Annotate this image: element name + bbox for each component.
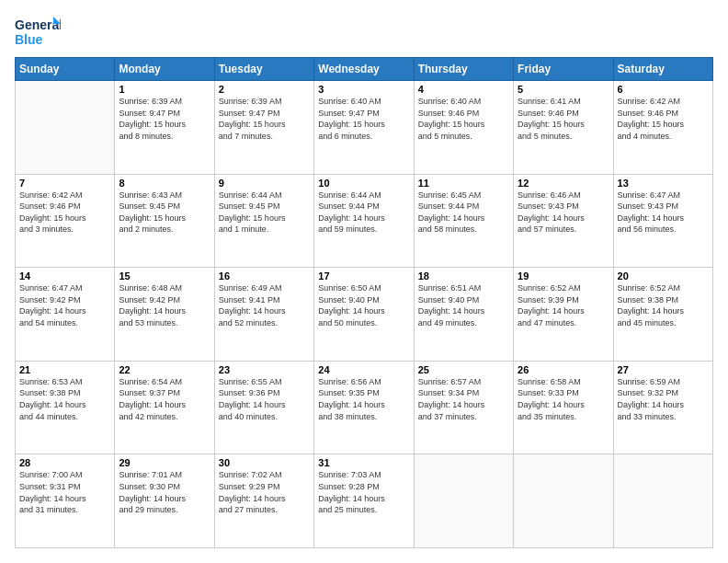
calendar-day-cell: 10Sunrise: 6:44 AM Sunset: 9:44 PM Dayli… bbox=[314, 174, 414, 268]
logo-svg: General Blue bbox=[15, 15, 61, 50]
day-number: 29 bbox=[119, 457, 210, 468]
calendar-day-cell: 1Sunrise: 6:39 AM Sunset: 9:47 PM Daylig… bbox=[115, 81, 214, 175]
day-info: Sunrise: 6:55 AM Sunset: 9:36 PM Dayligh… bbox=[219, 376, 310, 422]
day-number: 3 bbox=[318, 84, 409, 95]
logo: General Blue bbox=[15, 15, 61, 50]
calendar-week-row: 21Sunrise: 6:53 AM Sunset: 9:38 PM Dayli… bbox=[16, 361, 713, 454]
day-number: 20 bbox=[618, 270, 709, 282]
day-info: Sunrise: 6:40 AM Sunset: 9:47 PM Dayligh… bbox=[318, 96, 409, 142]
calendar-day-cell: 30Sunrise: 7:02 AM Sunset: 9:29 PM Dayli… bbox=[214, 454, 313, 548]
day-info: Sunrise: 6:44 AM Sunset: 9:44 PM Dayligh… bbox=[318, 190, 409, 236]
calendar-day-cell: 7Sunrise: 6:42 AM Sunset: 9:46 PM Daylig… bbox=[16, 174, 115, 268]
day-number: 22 bbox=[119, 364, 210, 375]
day-info: Sunrise: 6:52 AM Sunset: 9:39 PM Dayligh… bbox=[518, 282, 609, 328]
calendar-day-cell: 4Sunrise: 6:40 AM Sunset: 9:46 PM Daylig… bbox=[414, 81, 513, 175]
day-number: 21 bbox=[19, 364, 110, 375]
day-number: 9 bbox=[219, 178, 310, 189]
day-number: 8 bbox=[119, 178, 210, 189]
day-info: Sunrise: 6:53 AM Sunset: 9:38 PM Dayligh… bbox=[19, 376, 110, 422]
day-number: 10 bbox=[318, 178, 409, 189]
day-number: 28 bbox=[19, 457, 110, 468]
calendar-day-cell: 12Sunrise: 6:46 AM Sunset: 9:43 PM Dayli… bbox=[514, 174, 613, 268]
day-info: Sunrise: 6:47 AM Sunset: 9:42 PM Dayligh… bbox=[19, 282, 110, 328]
calendar-day-cell: 26Sunrise: 6:58 AM Sunset: 9:33 PM Dayli… bbox=[514, 361, 613, 454]
day-number: 13 bbox=[618, 178, 709, 189]
calendar-day-cell: 16Sunrise: 6:49 AM Sunset: 9:41 PM Dayli… bbox=[214, 268, 313, 362]
calendar-day-cell: 24Sunrise: 6:56 AM Sunset: 9:35 PM Dayli… bbox=[314, 361, 414, 454]
day-number: 30 bbox=[219, 457, 310, 468]
day-number: 17 bbox=[318, 270, 409, 282]
day-info: Sunrise: 6:56 AM Sunset: 9:35 PM Dayligh… bbox=[318, 376, 409, 422]
calendar-day-cell: 9Sunrise: 6:44 AM Sunset: 9:45 PM Daylig… bbox=[214, 174, 313, 268]
day-number: 2 bbox=[219, 84, 310, 95]
day-info: Sunrise: 7:02 AM Sunset: 9:29 PM Dayligh… bbox=[219, 469, 310, 515]
day-info: Sunrise: 6:49 AM Sunset: 9:41 PM Dayligh… bbox=[219, 282, 310, 328]
calendar-week-row: 14Sunrise: 6:47 AM Sunset: 9:42 PM Dayli… bbox=[16, 268, 713, 362]
day-number: 26 bbox=[518, 364, 609, 375]
day-info: Sunrise: 6:59 AM Sunset: 9:32 PM Dayligh… bbox=[618, 376, 709, 422]
calendar-day-cell: 8Sunrise: 6:43 AM Sunset: 9:45 PM Daylig… bbox=[115, 174, 214, 268]
day-info: Sunrise: 6:58 AM Sunset: 9:33 PM Dayligh… bbox=[518, 376, 609, 422]
calendar-day-cell: 3Sunrise: 6:40 AM Sunset: 9:47 PM Daylig… bbox=[314, 81, 414, 175]
day-info: Sunrise: 6:48 AM Sunset: 9:42 PM Dayligh… bbox=[119, 282, 210, 328]
calendar-day-cell bbox=[414, 454, 513, 548]
calendar-day-cell: 29Sunrise: 7:01 AM Sunset: 9:30 PM Dayli… bbox=[115, 454, 214, 548]
weekday-header: Monday bbox=[115, 58, 214, 81]
calendar-day-cell: 14Sunrise: 6:47 AM Sunset: 9:42 PM Dayli… bbox=[16, 268, 115, 362]
weekday-header: Wednesday bbox=[314, 58, 414, 81]
day-number: 14 bbox=[19, 270, 110, 282]
day-info: Sunrise: 6:51 AM Sunset: 9:40 PM Dayligh… bbox=[418, 282, 509, 328]
calendar-day-cell: 19Sunrise: 6:52 AM Sunset: 9:39 PM Dayli… bbox=[514, 268, 613, 362]
calendar-day-cell: 27Sunrise: 6:59 AM Sunset: 9:32 PM Dayli… bbox=[613, 361, 712, 454]
day-info: Sunrise: 6:43 AM Sunset: 9:45 PM Dayligh… bbox=[119, 190, 210, 236]
calendar-day-cell: 20Sunrise: 6:52 AM Sunset: 9:38 PM Dayli… bbox=[613, 268, 712, 362]
weekday-header: Tuesday bbox=[214, 58, 313, 81]
calendar-week-row: 28Sunrise: 7:00 AM Sunset: 9:31 PM Dayli… bbox=[16, 454, 713, 548]
calendar-week-row: 7Sunrise: 6:42 AM Sunset: 9:46 PM Daylig… bbox=[16, 174, 713, 268]
weekday-header: Thursday bbox=[414, 58, 513, 81]
calendar-day-cell: 28Sunrise: 7:00 AM Sunset: 9:31 PM Dayli… bbox=[16, 454, 115, 548]
day-info: Sunrise: 7:00 AM Sunset: 9:31 PM Dayligh… bbox=[19, 469, 110, 515]
day-number: 1 bbox=[119, 84, 210, 95]
calendar-day-cell: 11Sunrise: 6:45 AM Sunset: 9:44 PM Dayli… bbox=[414, 174, 513, 268]
day-info: Sunrise: 6:46 AM Sunset: 9:43 PM Dayligh… bbox=[518, 190, 609, 236]
svg-text:Blue: Blue bbox=[15, 32, 43, 47]
day-info: Sunrise: 6:47 AM Sunset: 9:43 PM Dayligh… bbox=[618, 190, 709, 236]
day-info: Sunrise: 7:01 AM Sunset: 9:30 PM Dayligh… bbox=[119, 469, 210, 515]
day-number: 7 bbox=[19, 178, 110, 189]
day-number: 16 bbox=[219, 270, 310, 282]
calendar-day-cell: 31Sunrise: 7:03 AM Sunset: 9:28 PM Dayli… bbox=[314, 454, 414, 548]
day-info: Sunrise: 6:42 AM Sunset: 9:46 PM Dayligh… bbox=[19, 190, 110, 236]
day-number: 15 bbox=[119, 270, 210, 282]
calendar-day-cell bbox=[613, 454, 712, 548]
calendar-day-cell: 22Sunrise: 6:54 AM Sunset: 9:37 PM Dayli… bbox=[115, 361, 214, 454]
calendar-header-row: SundayMondayTuesdayWednesdayThursdayFrid… bbox=[16, 58, 713, 81]
calendar-day-cell bbox=[514, 454, 613, 548]
calendar-day-cell: 21Sunrise: 6:53 AM Sunset: 9:38 PM Dayli… bbox=[16, 361, 115, 454]
day-info: Sunrise: 6:40 AM Sunset: 9:46 PM Dayligh… bbox=[418, 96, 509, 142]
day-info: Sunrise: 6:42 AM Sunset: 9:46 PM Dayligh… bbox=[618, 96, 709, 142]
calendar-day-cell: 17Sunrise: 6:50 AM Sunset: 9:40 PM Dayli… bbox=[314, 268, 414, 362]
day-number: 24 bbox=[318, 364, 409, 375]
calendar-day-cell: 2Sunrise: 6:39 AM Sunset: 9:47 PM Daylig… bbox=[214, 81, 313, 175]
day-number: 31 bbox=[318, 457, 409, 468]
calendar-day-cell: 15Sunrise: 6:48 AM Sunset: 9:42 PM Dayli… bbox=[115, 268, 214, 362]
day-number: 12 bbox=[518, 178, 609, 189]
day-info: Sunrise: 6:39 AM Sunset: 9:47 PM Dayligh… bbox=[119, 96, 210, 142]
calendar-day-cell: 6Sunrise: 6:42 AM Sunset: 9:46 PM Daylig… bbox=[613, 81, 712, 175]
day-number: 25 bbox=[418, 364, 509, 375]
calendar-day-cell: 13Sunrise: 6:47 AM Sunset: 9:43 PM Dayli… bbox=[613, 174, 712, 268]
day-number: 23 bbox=[219, 364, 310, 375]
day-number: 4 bbox=[418, 84, 509, 95]
weekday-header: Friday bbox=[514, 58, 613, 81]
day-info: Sunrise: 6:45 AM Sunset: 9:44 PM Dayligh… bbox=[418, 190, 509, 236]
calendar-day-cell: 5Sunrise: 6:41 AM Sunset: 9:46 PM Daylig… bbox=[514, 81, 613, 175]
day-number: 19 bbox=[518, 270, 609, 282]
calendar-day-cell: 23Sunrise: 6:55 AM Sunset: 9:36 PM Dayli… bbox=[214, 361, 313, 454]
day-number: 5 bbox=[518, 84, 609, 95]
day-info: Sunrise: 6:50 AM Sunset: 9:40 PM Dayligh… bbox=[318, 282, 409, 328]
calendar-day-cell: 25Sunrise: 6:57 AM Sunset: 9:34 PM Dayli… bbox=[414, 361, 513, 454]
day-info: Sunrise: 6:54 AM Sunset: 9:37 PM Dayligh… bbox=[119, 376, 210, 422]
calendar-day-cell bbox=[16, 81, 115, 175]
day-info: Sunrise: 7:03 AM Sunset: 9:28 PM Dayligh… bbox=[318, 469, 409, 515]
